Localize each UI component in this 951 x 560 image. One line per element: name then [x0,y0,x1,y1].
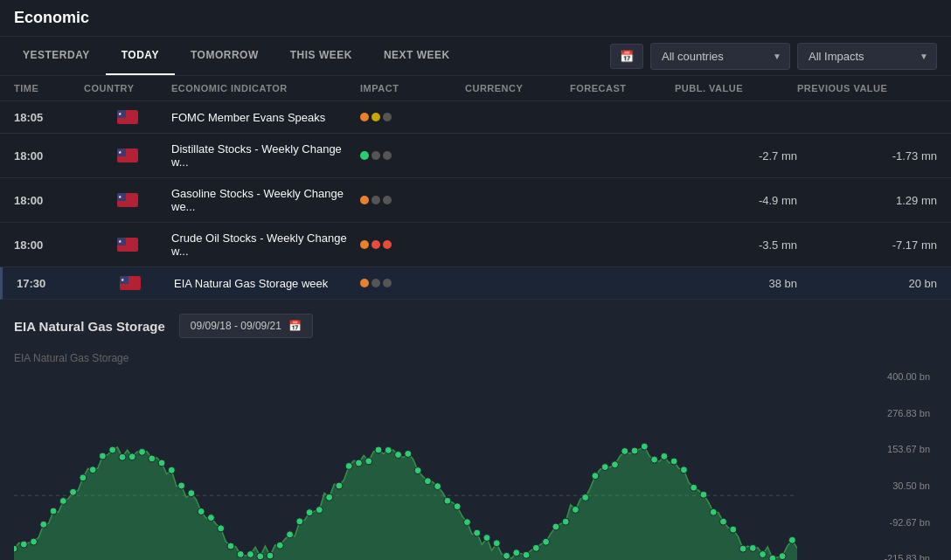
table-row[interactable]: 18:00 Gasoline Stocks - Weekly Change we… [0,178,951,223]
impact-dot-2 [371,196,380,204]
chart-canvas [14,368,797,560]
time-cell: 17:30 [17,277,87,290]
prevval-cell: -7.17 mn [797,239,937,252]
chart-area [14,368,797,560]
tab-bar: YESTERDAY TODAY TOMORROW THIS WEEK NEXT … [0,37,951,76]
pubval-cell: -4.9 mn [675,194,797,207]
chart-container: 400.00 bn 276.83 bn 153.67 bn 30.50 bn -… [14,368,937,560]
indicator-cell: FOMC Member Evans Speaks [171,111,360,124]
y-axis-label-2: 153.67 bn [874,444,930,454]
flag-us [120,276,141,290]
date-range-text: 09/09/18 - 09/09/21 [191,320,281,332]
country-cell [84,149,171,162]
time-cell: 18:05 [14,111,84,124]
y-axis-label-5: -215.83 bn [874,553,930,560]
impact-dot-2 [371,113,380,121]
impact-dot-1 [360,240,369,249]
impact-dot-3 [383,279,392,287]
pubval-cell: -3.5 mn [675,239,797,252]
prevval-cell: -1.73 mn [797,149,937,162]
impact-cell [360,240,465,249]
impact-cell [360,113,465,121]
country-cell [87,276,174,290]
chart-title: EIA Natural Gas Storage [14,319,165,334]
time-cell: 18:00 [14,149,84,162]
impact-cell [360,279,465,287]
impact-dot-2 [371,279,380,287]
tab-this-week[interactable]: THIS WEEK [274,37,368,75]
impact-dot-3 [383,196,392,204]
indicator-cell: Crude Oil Stocks - Weekly Change w... [171,232,360,258]
tab-tomorrow[interactable]: TOMORROW [175,37,274,75]
impact-dot-3 [383,240,392,249]
impact-dot-3 [383,113,392,121]
country-cell [84,193,171,207]
date-range-button[interactable]: 09/09/18 - 09/09/21 📅 [179,314,313,338]
table-row[interactable]: 18:05 FOMC Member Evans Speaks [0,101,951,134]
tab-today[interactable]: TODAY [106,37,175,75]
calendar-icon: 📅 [288,320,302,332]
column-headers: TIME COUNTRY ECONOMIC INDICATOR IMPACT C… [0,76,951,101]
col-impact: IMPACT [360,83,465,93]
countries-dropdown-wrap: All countries [650,43,790,70]
col-currency: CURRENCY [465,83,570,93]
impacts-dropdown[interactable]: All Impacts [797,43,937,70]
col-indicator: ECONOMIC INDICATOR [171,83,360,93]
pubval-cell: 38 bn [675,277,797,290]
impact-dot-3 [383,151,392,160]
flag-us [117,110,138,124]
chart-header: EIA Natural Gas Storage 09/09/18 - 09/09… [14,314,937,338]
indicator-cell: Distillate Stocks - Weekly Change w... [171,142,360,169]
table: TIME COUNTRY ECONOMIC INDICATOR IMPACT C… [0,76,951,560]
calendar-button[interactable]: 📅 [610,44,643,69]
y-axis: 400.00 bn 276.83 bn 153.67 bn 30.50 bn -… [867,368,937,560]
country-cell [84,238,171,252]
table-row[interactable]: 18:00 Distillate Stocks - Weekly Change … [0,134,951,178]
title-bar: Economic [0,0,951,37]
flag-us [117,193,138,207]
y-axis-label-1: 276.83 bn [874,408,930,418]
impact-dot-2 [371,240,380,249]
indicator-cell: EIA Natural Gas Storage week [174,277,360,290]
impact-dot-2 [371,151,380,160]
countries-dropdown[interactable]: All countries [650,43,790,70]
expanded-row: EIA Natural Gas Storage 09/09/18 - 09/09… [0,300,951,560]
impact-dot-1 [360,113,369,121]
prevval-cell: 20 bn [797,277,937,290]
flag-us [117,149,138,162]
impact-cell [360,196,465,204]
impact-dot-1 [360,151,369,160]
col-country: COUNTRY [84,83,171,93]
col-time: TIME [14,83,84,93]
col-prev-value: PREVIOUS VALUE [797,83,937,93]
impact-dot-1 [360,196,369,204]
chart-subtitle: EIA Natural Gas Storage [14,352,937,364]
country-cell [84,110,171,124]
time-cell: 18:00 [14,194,84,207]
col-publ-value: PUBL. VALUE [675,83,797,93]
col-forecast: FORECAST [570,83,675,93]
tab-yesterday[interactable]: YESTERDAY [7,37,106,75]
flag-us [117,238,138,252]
impact-cell [360,151,465,160]
pubval-cell: -2.7 mn [675,149,797,162]
y-axis-label-0: 400.00 bn [874,371,930,382]
table-row[interactable]: 18:00 Crude Oil Stocks - Weekly Change w… [0,223,951,267]
time-cell: 18:00 [14,239,84,252]
page-title: Economic [14,9,89,26]
impacts-dropdown-wrap: All Impacts [797,43,937,70]
prevval-cell: 1.29 mn [797,194,937,207]
tab-next-week[interactable]: NEXT WEEK [368,37,466,75]
table-row[interactable]: 17:30 EIA Natural Gas Storage week 38 bn… [0,267,951,300]
impact-dot-1 [360,279,369,287]
y-axis-label-3: 30.50 bn [874,480,930,491]
y-axis-label-4: -92.67 bn [874,517,930,528]
indicator-cell: Gasoline Stocks - Weekly Change we... [171,187,360,213]
